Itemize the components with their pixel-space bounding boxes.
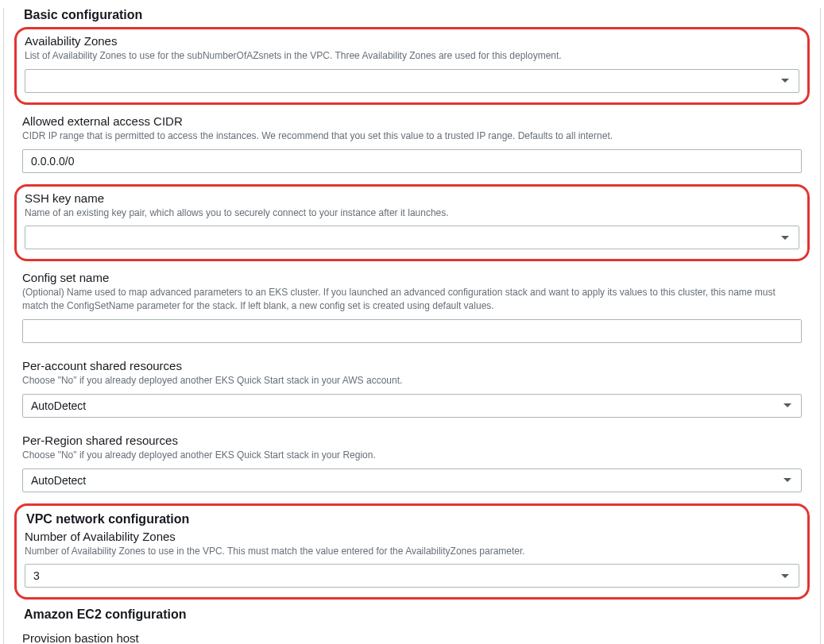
- chevron-down-icon: [783, 403, 791, 407]
- availability-zones-desc: List of Availability Zones to use for th…: [25, 49, 799, 63]
- vpc-highlight: VPC network configuration Number of Avai…: [14, 503, 810, 600]
- chevron-down-icon: [781, 574, 789, 578]
- ssh-key-desc: Name of an existing key pair, which allo…: [25, 206, 799, 220]
- per-region-block: Per-Region shared resources Choose "No" …: [14, 429, 810, 500]
- left-border: [3, 8, 4, 644]
- per-region-select[interactable]: AutoDetect: [22, 469, 802, 492]
- availability-zones-label: Availability Zones: [25, 34, 799, 48]
- per-account-block: Per-account shared resources Choose "No"…: [14, 354, 810, 426]
- chevron-down-icon: [781, 79, 789, 83]
- vpc-config-title: VPC network configuration: [26, 512, 799, 526]
- ec2-config-title: Amazon EC2 configuration: [24, 607, 810, 622]
- num-az-value: 3: [33, 569, 775, 582]
- cidr-label: Allowed external access CIDR: [22, 114, 802, 128]
- per-region-desc: Choose "No" if you already deployed anot…: [22, 449, 802, 462]
- bastion-block: Provision bastion host Skip creating a b…: [14, 627, 810, 644]
- num-az-desc: Number of Availability Zones to use in t…: [25, 545, 799, 558]
- availability-zones-select[interactable]: [25, 69, 799, 93]
- availability-zones-highlight: Availability Zones List of Availability …: [14, 27, 810, 105]
- form-page: Basic configuration Availability Zones L…: [0, 8, 824, 644]
- num-az-select[interactable]: 3: [25, 564, 799, 588]
- cidr-input[interactable]: [22, 149, 802, 173]
- per-region-label: Per-Region shared resources: [22, 434, 802, 447]
- config-set-block: Config set name (Optional) Name used to …: [14, 266, 810, 351]
- ssh-key-highlight: SSH key name Name of an existing key pai…: [14, 184, 810, 262]
- ssh-key-select[interactable]: [25, 226, 799, 249]
- per-account-value: AutoDetect: [31, 399, 777, 412]
- config-set-desc: (Optional) Name used to map advanced par…: [22, 286, 802, 313]
- per-region-value: AutoDetect: [31, 474, 777, 487]
- bastion-label: Provision bastion host: [22, 631, 802, 644]
- chevron-down-icon: [783, 478, 791, 482]
- cidr-desc: CIDR IP range that is permitted to acces…: [22, 129, 802, 143]
- per-account-desc: Choose "No" if you already deployed anot…: [22, 374, 802, 388]
- num-az-label: Number of Availability Zones: [25, 530, 799, 543]
- config-set-input[interactable]: [22, 319, 802, 343]
- cidr-block: Allowed external access CIDR CIDR IP ran…: [14, 110, 810, 181]
- per-account-label: Per-account shared resources: [22, 359, 802, 372]
- ssh-key-label: SSH key name: [25, 191, 799, 205]
- chevron-down-icon: [781, 236, 789, 240]
- config-set-label: Config set name: [22, 271, 802, 284]
- right-border: [820, 8, 821, 644]
- per-account-select[interactable]: AutoDetect: [22, 394, 802, 418]
- basic-config-title: Basic configuration: [24, 8, 810, 22]
